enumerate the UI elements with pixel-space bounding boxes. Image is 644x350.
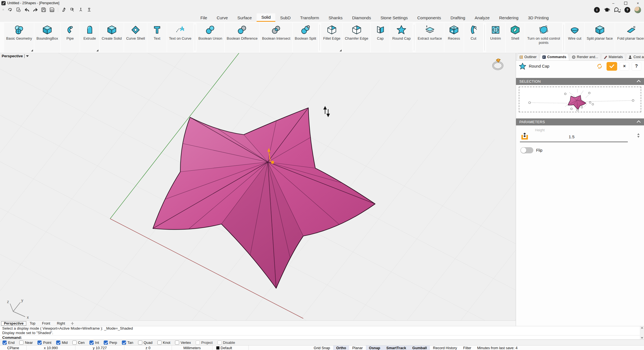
undo-icon[interactable] bbox=[23, 7, 30, 13]
ribbon-item-boolean-union[interactable]: Boolean Union bbox=[196, 23, 224, 52]
checkbox-icon[interactable] bbox=[175, 341, 179, 345]
ribbon-item-text[interactable]: Text bbox=[148, 23, 167, 52]
osnap-tan[interactable]: Tan bbox=[122, 341, 133, 345]
toggle-gumball[interactable]: Gumball bbox=[409, 346, 430, 350]
collapse-chevron-icon[interactable] bbox=[637, 120, 641, 124]
ribbon-item-create-solid[interactable]: Create Solid bbox=[100, 23, 124, 52]
ribbon-item-boundingbox[interactable]: BoundingBox bbox=[34, 23, 60, 52]
ribbon-item-untrim[interactable]: Untrim bbox=[486, 23, 505, 52]
flip-toggle[interactable] bbox=[520, 147, 533, 153]
close-button[interactable]: × bbox=[632, 0, 644, 6]
save-icon[interactable] bbox=[40, 7, 47, 13]
menu-tab-file[interactable]: File bbox=[196, 13, 212, 22]
new-viewport-icon[interactable] bbox=[71, 322, 74, 325]
command-area[interactable]: Select a display mode ( Viewport=Active … bbox=[0, 326, 644, 340]
panel-tab-commands[interactable]: Commands bbox=[539, 53, 569, 60]
maximize-button[interactable] bbox=[619, 0, 632, 6]
command-prompt[interactable]: Command: bbox=[0, 335, 644, 340]
osnap-vertex[interactable]: Vertex bbox=[175, 341, 191, 345]
osnap-project[interactable]: Project bbox=[196, 341, 212, 345]
osnap-knot[interactable]: Knot bbox=[157, 341, 171, 345]
ribbon-item-fold-planar-faces[interactable]: Fold planar faces bbox=[615, 23, 644, 52]
menu-tab-components[interactable]: Components bbox=[413, 13, 446, 22]
panel-tab-outliner[interactable]: Outliner bbox=[517, 53, 539, 60]
menu-tab-analyze[interactable]: Analyze bbox=[470, 13, 494, 22]
status-cplane[interactable]: CPlane bbox=[0, 346, 27, 350]
stepper-up-icon[interactable] bbox=[637, 133, 640, 135]
osnap-mid[interactable]: Mid bbox=[56, 341, 68, 345]
minimize-button[interactable]: – bbox=[607, 0, 619, 6]
viewport-tab-perspective[interactable]: Perspective bbox=[1, 321, 26, 326]
flip-direction-arrows[interactable] bbox=[324, 107, 330, 116]
toggle-planar[interactable]: Planar bbox=[349, 346, 366, 350]
panel-tab-materials[interactable]: Materials bbox=[601, 53, 626, 60]
menu-tab-3d-printing[interactable]: 3D Printing bbox=[523, 13, 553, 22]
dropdown-corner-icon[interactable] bbox=[340, 49, 342, 51]
viewport-tab-top[interactable]: Top bbox=[26, 321, 39, 326]
checkbox-checked-icon[interactable] bbox=[56, 341, 60, 345]
file-history-icon[interactable] bbox=[15, 7, 22, 13]
viewport-perspective[interactable]: x y z Perspective bbox=[0, 53, 516, 320]
scroll-up-icon[interactable] bbox=[641, 327, 643, 328]
checkbox-icon[interactable] bbox=[19, 341, 23, 345]
ribbon-item-pipe[interactable]: Pipe bbox=[61, 23, 80, 52]
ribbon-item-curve-shell[interactable]: Curve Shell bbox=[124, 23, 147, 52]
menu-tab-surface[interactable]: Surface bbox=[233, 13, 257, 22]
osnap-int[interactable]: Int bbox=[89, 341, 99, 345]
stepper-down-icon[interactable] bbox=[637, 136, 640, 138]
ribbon-item-boolean-difference[interactable]: Boolean Difference bbox=[225, 23, 259, 52]
checkbox-checked-icon[interactable] bbox=[104, 341, 108, 345]
components-icon[interactable] bbox=[69, 7, 76, 13]
osnap-disable[interactable]: Disable bbox=[217, 341, 235, 345]
viewport-title[interactable]: Perspective bbox=[2, 54, 29, 58]
ribbon-item-shell[interactable]: Shell bbox=[506, 23, 525, 52]
ribbon-item-round-cap[interactable]: Round Cap bbox=[390, 23, 413, 52]
checkbox-checked-icon[interactable] bbox=[37, 341, 42, 345]
menu-tab-curve[interactable]: Curve bbox=[212, 13, 233, 22]
undo-history-icon[interactable] bbox=[7, 7, 13, 13]
viewport-tab-right[interactable]: Right bbox=[54, 321, 68, 326]
viewport-tab-front[interactable]: Front bbox=[39, 321, 53, 326]
toggle-record-history[interactable]: Record History bbox=[430, 346, 460, 350]
collapse-chevron-icon[interactable] bbox=[637, 80, 641, 84]
ribbon-item-split-planar-face[interactable]: Split planar face bbox=[585, 23, 615, 52]
toggle-osnap[interactable]: Osnap bbox=[366, 346, 383, 350]
panel-tab-cost[interactable]: Cost and Pr... bbox=[626, 53, 644, 60]
toggle-smarttrack[interactable]: SmartTrack bbox=[383, 346, 409, 350]
ribbon-item-extrude[interactable]: Extrude bbox=[80, 23, 99, 52]
info-icon[interactable]: i bbox=[594, 7, 600, 13]
checkbox-icon[interactable] bbox=[196, 341, 200, 345]
command-scrollbar[interactable] bbox=[640, 326, 644, 339]
status-layer[interactable]: Default bbox=[212, 346, 249, 350]
osnap-cen[interactable]: Cen bbox=[72, 341, 85, 345]
checkbox-icon[interactable] bbox=[217, 341, 222, 345]
menu-tab-rendering[interactable]: Rendering bbox=[494, 13, 523, 22]
annotate-icon[interactable] bbox=[61, 7, 67, 13]
save-as-icon[interactable] bbox=[49, 7, 55, 13]
help-icon[interactable]: ? bbox=[624, 7, 630, 13]
menu-tab-transform[interactable]: Transform bbox=[295, 13, 324, 22]
osnap-near[interactable]: Near bbox=[19, 341, 33, 345]
checkbox-icon[interactable] bbox=[72, 341, 77, 345]
help-button[interactable]: ? bbox=[632, 62, 641, 71]
ribbon-item-basic-geometry[interactable]: Basic Geometry bbox=[4, 23, 34, 52]
menu-tab-solid[interactable]: Solid bbox=[257, 13, 275, 22]
checkbox-checked-icon[interactable] bbox=[3, 341, 7, 345]
cancel-button[interactable]: × bbox=[620, 62, 629, 71]
ribbon-item-extract-surface[interactable]: Extract surface bbox=[416, 23, 444, 52]
confirm-button[interactable] bbox=[607, 62, 617, 71]
menu-tab-stone-settings[interactable]: Stone Settings bbox=[376, 13, 413, 22]
ribbon-item-text-on-curve[interactable]: Text on Curve bbox=[167, 23, 193, 52]
menu-tab-diamonds[interactable]: Diamonds bbox=[347, 13, 376, 22]
ribbon-item-solid-control-points[interactable]: Turn on solid control points bbox=[525, 23, 562, 52]
panel-tab-render[interactable]: Render and... bbox=[569, 53, 601, 60]
height-value-input[interactable]: 1.5 bbox=[520, 134, 623, 139]
selection-section-header[interactable]: SELECTION bbox=[516, 78, 644, 85]
osnap-end[interactable]: End bbox=[3, 341, 15, 345]
checkbox-icon[interactable] bbox=[157, 341, 162, 345]
status-units[interactable]: Millimeters bbox=[172, 346, 212, 350]
ribbon-item-boolean-split[interactable]: Boolean Split bbox=[293, 23, 318, 52]
toggle-grid-snap[interactable]: Grid Snap bbox=[311, 346, 333, 350]
toggle-filter[interactable]: Filter bbox=[460, 346, 474, 350]
ribbon-item-fillet-edge[interactable]: Fillet Edge bbox=[321, 23, 342, 52]
